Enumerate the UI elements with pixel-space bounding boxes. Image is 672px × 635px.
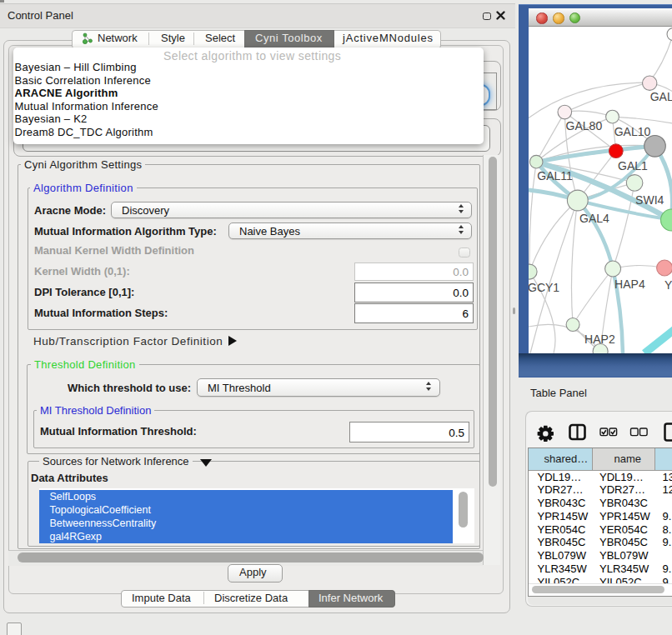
- svg-text:HAP4: HAP4: [614, 278, 645, 291]
- svg-text:SWI4: SWI4: [635, 193, 664, 207]
- svg-text:GAL1: GAL1: [618, 159, 648, 172]
- svg-text:GCY1: GCY1: [529, 281, 559, 294]
- svg-text:HAP2: HAP2: [584, 332, 615, 345]
- svg-text:GAL4: GAL4: [579, 212, 609, 225]
- svg-text:GAL80: GAL80: [565, 119, 602, 132]
- svg-text:Y: Y: [664, 278, 672, 291]
- svg-text:GAL10: GAL10: [614, 125, 651, 138]
- svg-text:GAL2: GAL2: [650, 90, 672, 103]
- svg-text:GAL11: GAL11: [537, 169, 573, 182]
